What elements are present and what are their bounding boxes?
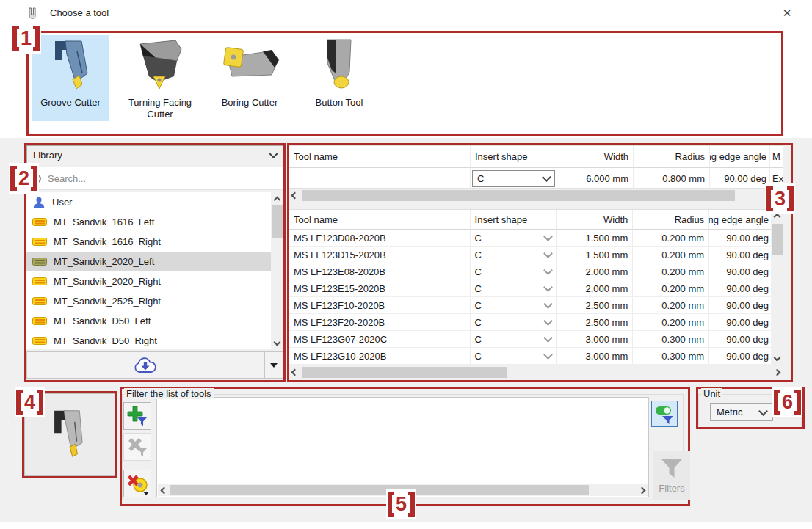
insert-shape-cell[interactable]: C — [471, 297, 557, 313]
radius-cell[interactable]: 0.300 mm — [633, 331, 709, 347]
width-cell[interactable]: 2.000 mm — [557, 280, 633, 296]
library-tree-scrollbar[interactable] — [271, 192, 283, 349]
tree-item-library[interactable]: MT_Sandvik_1616_Left — [26, 212, 283, 232]
column-header[interactable]: Insert shape — [471, 210, 557, 230]
tool-name-cell[interactable]: MS LF123G07-2020C — [289, 331, 471, 347]
radius-cell[interactable]: 0.200 mm — [633, 280, 709, 296]
scroll-down-icon[interactable] — [774, 354, 781, 361]
tree-item-library[interactable]: MT_Sandvik_D50_Left — [26, 311, 283, 331]
download-library-button[interactable] — [26, 351, 264, 379]
current-tool-hscrollbar[interactable] — [289, 189, 783, 202]
current-radius-cell[interactable]: 0.800 mm — [634, 168, 710, 189]
tree-item-library[interactable]: MT_Sandvik_2525_Right — [26, 291, 283, 311]
catalog-row[interactable]: MS LF123F20-2020B C 2.500 mm 0.200 mm 90… — [289, 314, 772, 331]
width-cell[interactable]: 2.500 mm — [557, 314, 633, 330]
tool-type-button-tool[interactable]: Button Tool — [301, 35, 377, 121]
radius-cell[interactable]: 0.200 mm — [633, 230, 709, 246]
radius-cell[interactable]: 0.200 mm — [633, 297, 709, 313]
width-cell[interactable]: 3.000 mm — [557, 331, 633, 347]
column-header[interactable]: ng edge angle — [710, 146, 770, 168]
catalog-row[interactable]: MS LF123G07-2020C C 3.000 mm 0.300 mm 90… — [289, 331, 772, 348]
insert-shape-cell[interactable]: C — [471, 348, 557, 364]
insert-shape-select[interactable]: C — [472, 170, 555, 187]
column-header[interactable]: Radius — [634, 146, 710, 168]
column-header[interactable]: Tool name — [289, 210, 471, 230]
scroll-right-icon[interactable] — [774, 369, 781, 376]
catalog-row[interactable]: MS LF123E15-2020B C 2.000 mm 0.200 mm 90… — [289, 280, 772, 297]
tool-name-cell[interactable]: MS LF123D08-2020B — [289, 230, 471, 246]
width-cell[interactable]: 1.500 mm — [557, 230, 633, 246]
edge-angle-cell[interactable]: 90.00 deg — [709, 348, 772, 364]
current-width-cell[interactable]: 6.000 mm — [557, 168, 634, 189]
tool-type-boring-cutter[interactable]: Boring Cutter — [211, 35, 288, 121]
radius-cell[interactable]: 0.300 mm — [633, 348, 709, 364]
search-input[interactable] — [46, 172, 278, 185]
catalog-row[interactable]: MS LF123G10-2020B C 3.000 mm 0.300 mm 90… — [289, 348, 772, 365]
catalog-row[interactable]: MS LF123D08-2020B C 1.500 mm 0.200 mm 90… — [289, 230, 772, 247]
insert-shape-cell[interactable]: C — [471, 263, 557, 280]
tree-item-library[interactable]: MT_Sandvik_D50_Right — [26, 331, 283, 349]
current-tool-name-cell[interactable] — [289, 168, 471, 189]
edge-angle-cell[interactable]: 90.00 deg — [709, 247, 772, 263]
scroll-right-icon[interactable] — [638, 486, 645, 494]
tool-name-cell[interactable]: MS LF123F20-2020B — [289, 314, 471, 330]
insert-shape-cell[interactable]: C — [471, 331, 557, 347]
tool-type-groove-cutter[interactable]: Groove Cutter — [32, 35, 109, 121]
insert-shape-cell[interactable]: C — [471, 314, 557, 330]
unit-select[interactable]: Metric — [710, 403, 773, 421]
scroll-down-icon[interactable] — [274, 338, 281, 346]
column-header[interactable]: Insert shape — [471, 146, 557, 168]
edge-angle-cell[interactable]: 90.00 deg — [709, 230, 772, 246]
close-icon[interactable]: ✕ — [775, 3, 799, 23]
edge-angle-cell[interactable]: 90.00 deg — [709, 314, 772, 330]
tree-item-library[interactable]: MT_Sandvik_1616_Right — [26, 232, 283, 252]
radius-cell[interactable]: 0.200 mm — [633, 314, 709, 330]
width-cell[interactable]: 1.500 mm — [557, 247, 633, 263]
width-cell[interactable]: 2.000 mm — [557, 263, 633, 280]
scroll-left-icon[interactable] — [291, 369, 299, 376]
radius-cell[interactable]: 0.200 mm — [633, 263, 709, 280]
current-edge-angle-cell[interactable]: 90.00 deg — [710, 168, 770, 189]
insert-shape-cell[interactable]: C — [471, 280, 557, 296]
column-header[interactable]: ng edge angle — [709, 210, 772, 230]
column-header[interactable]: M — [770, 146, 783, 168]
tool-name-cell[interactable]: MS LF123F10-2020B — [289, 297, 471, 313]
edge-angle-cell[interactable]: 90.00 deg — [709, 280, 772, 296]
radius-cell[interactable]: 0.200 mm — [633, 247, 709, 263]
tool-type-turning-facing-cutter[interactable]: Turning Facing Cutter — [122, 35, 198, 121]
add-filter-button[interactable] — [123, 402, 151, 430]
catalog-row[interactable]: MS LF123D15-2020B C 1.500 mm 0.200 mm 90… — [289, 247, 772, 263]
download-options-button[interactable] — [264, 351, 283, 379]
edge-angle-cell[interactable]: 90.00 deg — [709, 331, 772, 347]
catalog-row[interactable]: MS LF123F10-2020B C 2.500 mm 0.200 mm 90… — [289, 297, 772, 314]
edge-angle-cell[interactable]: 90.00 deg — [709, 263, 772, 280]
tree-item-library[interactable]: MT_Sandvik_2020_Right — [26, 271, 283, 291]
scroll-left-icon[interactable] — [160, 486, 167, 494]
enable-filters-toggle[interactable] — [651, 401, 678, 427]
tool-name-cell[interactable]: MS LF123E15-2020B — [289, 280, 471, 296]
filters-button[interactable]: Filters — [653, 451, 690, 500]
tree-item-user[interactable]: User — [26, 192, 283, 212]
tool-name-cell[interactable]: MS LF123G10-2020B — [289, 348, 471, 364]
catalog-row[interactable]: MS LF123E08-2020B C 2.000 mm 0.200 mm 90… — [289, 263, 772, 280]
catalog-vscrollbar[interactable] — [771, 209, 783, 365]
filter-list-area[interactable] — [156, 397, 649, 497]
column-header[interactable]: Width — [557, 146, 634, 168]
column-header[interactable]: Radius — [633, 210, 709, 230]
clear-filters-button[interactable] — [123, 470, 151, 497]
insert-shape-cell[interactable]: C — [471, 247, 557, 263]
scroll-up-icon[interactable] — [274, 196, 281, 203]
tree-item-library-selected[interactable]: MT_Sandvik_2020_Left — [26, 252, 283, 271]
search-box[interactable] — [26, 167, 283, 190]
edge-angle-cell[interactable]: 90.00 deg — [709, 297, 772, 313]
width-cell[interactable]: 3.000 mm — [557, 348, 633, 364]
scroll-left-icon[interactable] — [291, 192, 299, 200]
catalog-hscrollbar[interactable] — [289, 366, 783, 379]
column-header[interactable]: Tool name — [289, 146, 471, 168]
tool-name-cell[interactable]: MS LF123D15-2020B — [289, 247, 471, 263]
library-source-select[interactable]: Library — [26, 145, 283, 164]
insert-shape-cell[interactable]: C — [471, 230, 557, 246]
remove-filter-button[interactable] — [123, 433, 151, 461]
column-header[interactable]: Width — [557, 210, 633, 230]
tool-name-cell[interactable]: MS LF123E08-2020B — [289, 263, 471, 280]
